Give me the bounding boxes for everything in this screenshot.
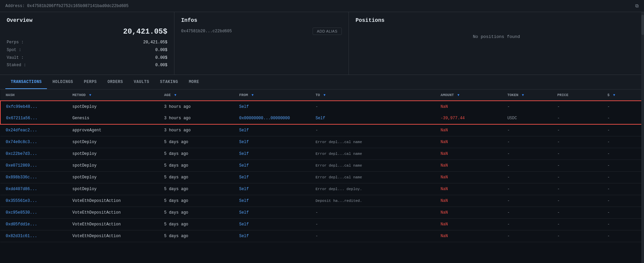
table-row: 0xe0712869...spotDeploy5 days agoSelfErr… xyxy=(0,160,644,172)
col-header-age[interactable]: Age ▼ xyxy=(159,90,234,101)
tab-orders[interactable]: ORDERS xyxy=(102,76,128,89)
copy-icon[interactable]: ⧉ xyxy=(635,3,639,9)
transaction-from[interactable]: Self xyxy=(234,136,310,148)
transaction-hash-link[interactable]: 0x24dfeac2... xyxy=(6,128,37,133)
transaction-from[interactable]: Self xyxy=(234,195,310,207)
transaction-to[interactable]: Self xyxy=(310,113,435,124)
from-link[interactable]: Self xyxy=(239,210,249,215)
transaction-price: - xyxy=(552,101,602,113)
transaction-hash-link[interactable]: 0x67211a56... xyxy=(6,116,38,121)
transaction-hash-link[interactable]: 0x355561e3... xyxy=(6,199,37,203)
col-header-dollar[interactable]: $ ▼ xyxy=(602,90,644,101)
col-header-token[interactable]: Token ▼ xyxy=(502,90,552,101)
transactions-table: Hash Method ▼ Age ▼ From ▼ To ▼ xyxy=(0,90,644,242)
method-filter-icon[interactable]: ▼ xyxy=(89,93,91,97)
from-link[interactable]: Self xyxy=(239,199,249,203)
transaction-age: 5 days ago xyxy=(159,195,234,207)
from-link[interactable]: Self xyxy=(239,222,249,227)
transaction-hash-link[interactable]: 0xd05fdd1e... xyxy=(6,222,37,227)
value-spot: 0.00$ xyxy=(143,46,167,54)
tab-staking[interactable]: STAKING xyxy=(155,76,183,89)
from-link[interactable]: Self xyxy=(239,104,249,109)
value-perps: 20,421.05$ xyxy=(143,39,167,46)
from-link[interactable]: Self xyxy=(239,234,249,238)
token-filter-icon[interactable]: ▼ xyxy=(522,93,524,97)
scroll-thumb[interactable] xyxy=(641,15,644,35)
scroll-track[interactable] xyxy=(641,12,644,263)
from-link[interactable]: 0x00000000...00000000 xyxy=(239,116,290,121)
transaction-method: VoteEthDepositAction xyxy=(67,230,159,242)
from-filter-icon[interactable]: ▼ xyxy=(252,93,254,97)
from-link[interactable]: Self xyxy=(239,151,249,156)
transaction-from[interactable]: Self xyxy=(234,207,310,219)
from-link[interactable]: Self xyxy=(239,128,249,133)
tab-vaults[interactable]: VAULTS xyxy=(128,76,155,89)
transaction-hash-link[interactable]: 0xc22be7d3... xyxy=(6,151,37,156)
transaction-hash-link[interactable]: 0xc95e8530... xyxy=(6,210,37,215)
tab-more[interactable]: MORE xyxy=(183,76,205,89)
tabs-bar: TRANSACTIONS HOLDINGS PERPS ORDERS VAULT… xyxy=(0,75,644,90)
transaction-age: 5 days ago xyxy=(159,219,234,230)
label-perps: Perps : xyxy=(7,39,26,46)
col-header-amount[interactable]: Amount ▼ xyxy=(435,90,502,101)
transaction-to: Error depl...cal name xyxy=(310,160,435,172)
transaction-amount: -39,977.44 xyxy=(435,113,502,124)
overview-title: Overview xyxy=(7,17,167,24)
transaction-age: 3 hours ago xyxy=(159,113,234,124)
transaction-price: - xyxy=(552,230,602,242)
transaction-dollar: - xyxy=(602,113,644,124)
transaction-dollar: - xyxy=(602,172,644,183)
from-link[interactable]: Self xyxy=(239,187,249,191)
transaction-age: 5 days ago xyxy=(159,183,234,195)
transaction-amount: NaN xyxy=(435,219,502,230)
transaction-hash-link[interactable]: 0xfc99eb48... xyxy=(6,104,38,109)
from-link[interactable]: Self xyxy=(239,163,249,168)
to-filter-icon[interactable]: ▼ xyxy=(324,93,326,97)
col-header-from[interactable]: From ▼ xyxy=(234,90,310,101)
from-link[interactable]: Self xyxy=(239,140,249,144)
table-body: 0xfc99eb48...spotDeploy3 hours agoSelf-N… xyxy=(0,101,644,242)
transaction-from[interactable]: Self xyxy=(234,230,310,242)
tab-transactions[interactable]: TRANSACTIONS xyxy=(5,76,47,89)
transaction-dollar: - xyxy=(602,195,644,207)
value-staked: 0.00$ xyxy=(143,61,167,69)
transaction-from[interactable]: Self xyxy=(234,172,310,183)
dollar-filter-icon[interactable]: ▼ xyxy=(613,93,615,97)
transaction-hash-link[interactable]: 0xe0712869... xyxy=(6,163,37,168)
transaction-token: - xyxy=(502,148,552,160)
table-row: 0xc95e8530...VoteEthDepositAction5 days … xyxy=(0,207,644,219)
transaction-token: - xyxy=(502,183,552,195)
age-filter-icon[interactable]: ▼ xyxy=(174,93,176,97)
transaction-from[interactable]: Self xyxy=(234,124,310,136)
transaction-hash-link[interactable]: 0x898b336c... xyxy=(6,175,37,180)
transaction-amount: NaN xyxy=(435,101,502,113)
transaction-hash-link[interactable]: 0x82d31c61... xyxy=(6,234,37,238)
transaction-from[interactable]: Self xyxy=(234,219,310,230)
transaction-method: VoteEthDepositAction xyxy=(67,219,159,230)
transaction-age: 5 days ago xyxy=(159,136,234,148)
from-link[interactable]: Self xyxy=(239,175,249,180)
col-header-to[interactable]: To ▼ xyxy=(310,90,435,101)
transaction-token: - xyxy=(502,219,552,230)
transaction-age: 5 days ago xyxy=(159,230,234,242)
transaction-method: VoteEthDepositAction xyxy=(67,195,159,207)
amount-filter-icon[interactable]: ▼ xyxy=(458,93,460,97)
tab-holdings[interactable]: HOLDINGS xyxy=(47,76,78,89)
add-alias-button[interactable]: ADD ALIAS xyxy=(313,28,342,35)
transaction-from[interactable]: Self xyxy=(234,160,310,172)
col-header-method[interactable]: Method ▼ xyxy=(67,90,159,101)
transaction-age: 3 hours ago xyxy=(159,101,234,113)
transaction-age: 3 hours ago xyxy=(159,124,234,136)
transaction-method: spotDeploy xyxy=(67,136,159,148)
transaction-hash-link[interactable]: 0x74e0c8c3... xyxy=(6,140,37,144)
transaction-token: USDC xyxy=(502,113,552,124)
transaction-hash-link[interactable]: 0xdd407d86... xyxy=(6,187,37,191)
transaction-from[interactable]: 0x00000000...00000000 xyxy=(234,113,310,124)
table-row: 0xc22be7d3...spotDeploy5 days agoSelfErr… xyxy=(0,148,644,160)
transaction-from[interactable]: Self xyxy=(234,183,310,195)
transaction-from[interactable]: Self xyxy=(234,101,310,113)
to-link[interactable]: Self xyxy=(316,116,325,121)
transaction-from[interactable]: Self xyxy=(234,148,310,160)
tab-perps[interactable]: PERPS xyxy=(78,76,102,89)
table-row: 0x355561e3...VoteEthDepositAction5 days … xyxy=(0,195,644,207)
